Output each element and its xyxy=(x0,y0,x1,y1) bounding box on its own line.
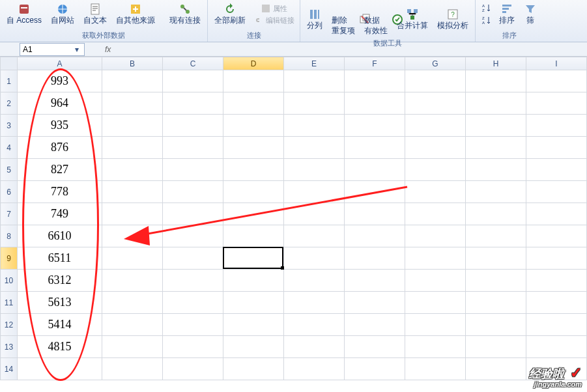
sort-desc-button[interactable]: ZA xyxy=(478,14,494,26)
cell-G11[interactable] xyxy=(405,292,466,314)
col-header-C[interactable]: C xyxy=(163,57,223,70)
cell-I4[interactable] xyxy=(526,137,587,159)
cell-I1[interactable] xyxy=(526,70,587,92)
row-header-9[interactable]: 9 xyxy=(1,247,18,270)
cell-F13[interactable] xyxy=(345,336,405,358)
cell-H9[interactable] xyxy=(466,247,526,270)
cell-B2[interactable] xyxy=(102,92,163,115)
cell-D1[interactable] xyxy=(223,70,284,92)
data-validation-button[interactable]: 数据 有效性 xyxy=(360,1,392,37)
cell-E1[interactable] xyxy=(284,70,345,92)
cell-A10[interactable]: 6312 xyxy=(18,270,102,292)
cell-B14[interactable] xyxy=(102,358,163,380)
cell-C12[interactable] xyxy=(163,314,223,336)
cell-F2[interactable] xyxy=(345,92,405,115)
cell-B12[interactable] xyxy=(102,314,163,336)
cell-D2[interactable] xyxy=(223,92,284,115)
cell-D3[interactable] xyxy=(223,115,284,137)
cell-G5[interactable] xyxy=(405,159,466,181)
from-access-button[interactable]: 自 Access xyxy=(3,1,46,27)
cell-G1[interactable] xyxy=(405,70,466,92)
cell-I5[interactable] xyxy=(526,159,587,181)
cell-A4[interactable]: 876 xyxy=(18,137,102,159)
cell-D9[interactable] xyxy=(223,247,284,270)
fx-label[interactable]: fx xyxy=(105,45,111,54)
cell-H7[interactable] xyxy=(466,203,526,225)
cell-D10[interactable] xyxy=(223,270,284,292)
cell-B3[interactable] xyxy=(102,115,163,137)
cell-G7[interactable] xyxy=(405,203,466,225)
consolidate-button[interactable]: 合并计算 xyxy=(393,7,432,33)
cell-A2[interactable]: 964 xyxy=(18,92,102,115)
cell-A7[interactable]: 749 xyxy=(18,203,102,225)
cell-E6[interactable] xyxy=(284,181,345,203)
cell-D11[interactable] xyxy=(223,292,284,314)
cell-F7[interactable] xyxy=(345,203,405,225)
cell-H3[interactable] xyxy=(466,115,526,137)
refresh-all-button[interactable]: 全部刷新 xyxy=(210,1,250,27)
cell-G9[interactable] xyxy=(405,247,466,270)
cell-C1[interactable] xyxy=(163,70,223,92)
cell-A11[interactable]: 5613 xyxy=(18,292,102,314)
cell-F12[interactable] xyxy=(345,314,405,336)
cell-D7[interactable] xyxy=(223,203,284,225)
cell-H13[interactable] xyxy=(466,336,526,358)
cell-C3[interactable] xyxy=(163,115,223,137)
row-header-14[interactable]: 14 xyxy=(1,358,18,380)
col-header-D[interactable]: D xyxy=(223,57,284,70)
cell-A14[interactable] xyxy=(18,358,102,380)
cell-F6[interactable] xyxy=(345,181,405,203)
from-web-button[interactable]: 自网站 xyxy=(47,1,78,27)
cell-D5[interactable] xyxy=(223,159,284,181)
cell-F9[interactable] xyxy=(345,247,405,270)
cell-A6[interactable]: 778 xyxy=(18,181,102,203)
cell-E4[interactable] xyxy=(284,137,345,159)
cell-D6[interactable] xyxy=(223,181,284,203)
cell-G6[interactable] xyxy=(405,181,466,203)
cell-E7[interactable] xyxy=(284,203,345,225)
cell-A1[interactable]: 993 xyxy=(18,70,102,92)
cell-F8[interactable] xyxy=(345,225,405,247)
cell-I6[interactable] xyxy=(526,181,587,203)
cell-C14[interactable] xyxy=(163,358,223,380)
cell-B13[interactable] xyxy=(102,336,163,358)
cell-H11[interactable] xyxy=(466,292,526,314)
col-header-A[interactable]: A xyxy=(18,57,102,70)
col-header-G[interactable]: G xyxy=(405,57,466,70)
cell-B1[interactable] xyxy=(102,70,163,92)
select-all-corner[interactable] xyxy=(1,57,18,70)
col-header-B[interactable]: B xyxy=(102,57,163,70)
row-header-6[interactable]: 6 xyxy=(1,181,18,203)
cell-A13[interactable]: 4815 xyxy=(18,336,102,358)
cell-G3[interactable] xyxy=(405,115,466,137)
edit-links-button[interactable]: 编辑链接 xyxy=(251,14,297,26)
cell-E14[interactable] xyxy=(284,358,345,380)
cell-B4[interactable] xyxy=(102,137,163,159)
cell-B9[interactable] xyxy=(102,247,163,270)
cell-C13[interactable] xyxy=(163,336,223,358)
cell-C6[interactable] xyxy=(163,181,223,203)
row-header-12[interactable]: 12 xyxy=(1,314,18,336)
cell-I10[interactable] xyxy=(526,270,587,292)
cell-B6[interactable] xyxy=(102,181,163,203)
remove-duplicates-button[interactable]: 删除 重复项 xyxy=(328,1,359,37)
col-header-H[interactable]: H xyxy=(466,57,526,70)
cell-D13[interactable] xyxy=(223,336,284,358)
cell-H4[interactable] xyxy=(466,137,526,159)
cell-G2[interactable] xyxy=(405,92,466,115)
row-header-5[interactable]: 5 xyxy=(1,159,18,181)
cell-I7[interactable] xyxy=(526,203,587,225)
cell-C2[interactable] xyxy=(163,92,223,115)
cell-E12[interactable] xyxy=(284,314,345,336)
existing-connections-button[interactable]: 现有连接 xyxy=(165,1,205,27)
cell-B10[interactable] xyxy=(102,270,163,292)
row-header-11[interactable]: 11 xyxy=(1,292,18,314)
text-to-columns-button[interactable]: 分列 xyxy=(303,7,326,33)
grid[interactable]: A B C D E F G H I 1993296439354876582767… xyxy=(0,57,587,380)
cell-C9[interactable] xyxy=(163,247,223,270)
cell-I8[interactable] xyxy=(526,225,587,247)
cell-I13[interactable] xyxy=(526,336,587,358)
cell-C8[interactable] xyxy=(163,225,223,247)
cell-E10[interactable] xyxy=(284,270,345,292)
cell-E5[interactable] xyxy=(284,159,345,181)
